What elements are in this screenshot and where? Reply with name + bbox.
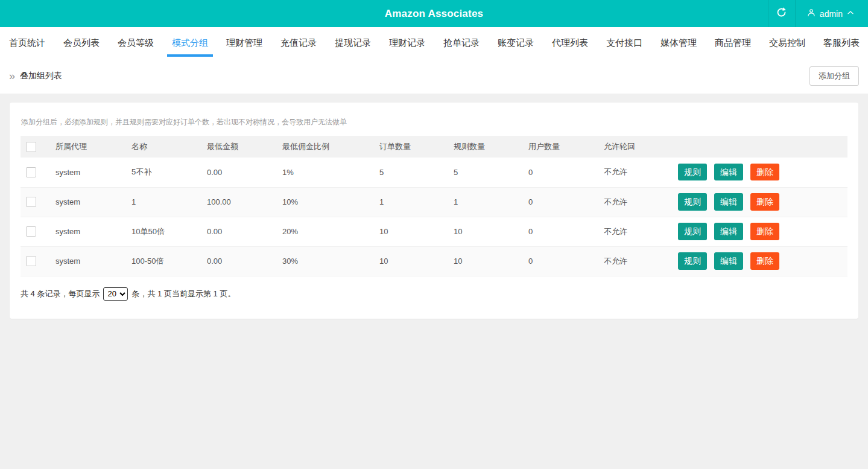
delete-button[interactable]: 删除 [750, 193, 779, 210]
nav-tab-9[interactable]: 账变记录 [496, 27, 535, 59]
nav-tab-14[interactable]: 交易控制 [768, 27, 806, 59]
cell-order-count: 10 [373, 246, 448, 276]
cell-allow-cycle: 不允许 [598, 246, 672, 276]
select-all-checkbox[interactable] [26, 142, 36, 152]
row-checkbox[interactable] [26, 226, 36, 237]
pagination-prefix: 共 4 条记录，每页显示 [21, 289, 100, 299]
edit-button[interactable]: 编辑 [714, 223, 743, 240]
column-header-3: 最低佣金比例 [276, 136, 373, 158]
row-checkbox[interactable] [26, 167, 36, 177]
column-header-7: 允许轮回 [598, 136, 672, 158]
nav-tab-4[interactable]: 理财管理 [225, 27, 264, 59]
nav-tab-6[interactable]: 提现记录 [334, 27, 372, 59]
nav-tab-13[interactable]: 商品管理 [714, 27, 752, 59]
nav-tab-7[interactable]: 理财记录 [388, 27, 426, 59]
page-title: 叠加组列表 [20, 71, 62, 81]
cell-rule-count: 1 [448, 187, 522, 217]
nav-tab-11[interactable]: 支付接口 [605, 27, 644, 59]
table-header-row: 所属代理名称最低金额最低佣金比例订单数量规则数量用户数量允许轮回 [21, 136, 847, 158]
column-header-2: 最低金额 [201, 136, 276, 158]
nav-tab-5[interactable]: 充值记录 [279, 27, 318, 59]
column-header-6: 用户数量 [522, 136, 598, 158]
topbar: Amazon Associates admin [0, 0, 868, 27]
cell-user-count: 0 [522, 187, 598, 217]
cell-allow-cycle: 不允许 [598, 158, 672, 187]
table-row: system 5不补 0.00 1% 5 5 0 不允许 规则 编辑 删除 [21, 158, 847, 187]
cell-order-count: 1 [373, 187, 448, 217]
edit-button[interactable]: 编辑 [714, 252, 743, 269]
groups-table: 所属代理名称最低金额最低佣金比例订单数量规则数量用户数量允许轮回 system … [21, 136, 847, 276]
nav-tab-1[interactable]: 会员列表 [62, 27, 101, 59]
breadcrumb-icon: » [9, 71, 15, 81]
row-checkbox[interactable] [26, 256, 36, 266]
main-content: 添加分组后，必须添加规则，并且规则需要对应好订单个数，若出现不对称情况，会导致用… [0, 94, 868, 319]
nav-tab-2[interactable]: 会员等级 [116, 27, 155, 59]
cell-name: 5不补 [125, 158, 201, 187]
table-row: system 1 100.00 10% 1 1 0 不允许 规则 编辑 删除 [21, 187, 847, 217]
cell-min-amount: 0.00 [201, 246, 276, 276]
cell-min-amount: 0.00 [201, 217, 276, 246]
cell-agent: system [49, 246, 125, 276]
cell-min-commission: 30% [276, 246, 373, 276]
nav-tab-15[interactable]: 客服列表 [822, 27, 861, 59]
nav-tab-12[interactable]: 媒体管理 [659, 27, 698, 59]
cell-agent: system [49, 217, 125, 246]
chevron-up-icon [846, 8, 855, 19]
delete-button[interactable]: 删除 [750, 252, 779, 269]
nav-tab-10[interactable]: 代理列表 [551, 27, 589, 59]
rules-button[interactable]: 规则 [678, 164, 707, 180]
app-title: Amazon Associates [385, 0, 483, 27]
rules-button[interactable]: 规则 [678, 252, 707, 269]
nav-tabs: 首页统计会员列表会员等级模式分组理财管理充值记录提现记录理财记录抢单记录账变记录… [0, 27, 868, 59]
column-header-actions [672, 136, 847, 158]
nav-tab-8[interactable]: 抢单记录 [442, 27, 481, 59]
user-name: admin [820, 9, 843, 19]
cell-rule-count: 10 [448, 217, 522, 246]
cell-user-count: 0 [522, 246, 598, 276]
cell-name: 100-50倍 [125, 246, 201, 276]
cell-user-count: 0 [522, 217, 598, 246]
delete-button[interactable]: 删除 [750, 164, 779, 180]
nav-tab-0[interactable]: 首页统计 [8, 27, 46, 59]
delete-button[interactable]: 删除 [750, 223, 779, 240]
refresh-icon [776, 7, 787, 21]
cell-order-count: 5 [373, 158, 448, 187]
cell-agent: system [49, 158, 125, 187]
row-checkbox[interactable] [26, 197, 36, 207]
cell-rule-count: 5 [448, 158, 522, 187]
cell-min-commission: 1% [276, 158, 373, 187]
column-header-1: 名称 [125, 136, 201, 158]
pagination: 共 4 条记录，每页显示 20 条，共 1 页当前显示第 1 页。 [21, 287, 847, 301]
cell-order-count: 10 [373, 217, 448, 246]
refresh-button[interactable] [768, 0, 795, 27]
table-row: system 10单50倍 0.00 20% 10 10 0 不允许 规则 编辑… [21, 217, 847, 246]
rules-button[interactable]: 规则 [678, 193, 707, 210]
cell-allow-cycle: 不允许 [598, 217, 672, 246]
notice-text: 添加分组后，必须添加规则，并且规则需要对应好订单个数，若出现不对称情况，会导致用… [21, 117, 847, 127]
cell-allow-cycle: 不允许 [598, 187, 672, 217]
user-menu[interactable]: admin [795, 0, 868, 27]
user-icon [806, 8, 816, 19]
column-header-0: 所属代理 [49, 136, 125, 158]
cell-name: 10单50倍 [125, 217, 201, 246]
edit-button[interactable]: 编辑 [714, 164, 743, 180]
nav-tab-3[interactable]: 模式分组 [171, 27, 209, 59]
table-row: system 100-50倍 0.00 30% 10 10 0 不允许 规则 编… [21, 246, 847, 276]
cell-min-amount: 100.00 [201, 187, 276, 217]
edit-button[interactable]: 编辑 [714, 193, 743, 210]
cell-min-commission: 10% [276, 187, 373, 217]
cell-min-commission: 20% [276, 217, 373, 246]
cell-rule-count: 10 [448, 246, 522, 276]
table-body: system 5不补 0.00 1% 5 5 0 不允许 规则 编辑 删除 sy… [21, 158, 847, 276]
cell-name: 1 [125, 187, 201, 217]
pagination-suffix: 条，共 1 页当前显示第 1 页。 [131, 289, 235, 299]
column-header-4: 订单数量 [373, 136, 448, 158]
add-group-button[interactable]: 添加分组 [809, 66, 859, 86]
page-size-select[interactable]: 20 [103, 287, 128, 301]
column-header-5: 规则数量 [448, 136, 522, 158]
breadcrumb-bar: » 叠加组列表 添加分组 [0, 59, 868, 94]
cell-min-amount: 0.00 [201, 158, 276, 187]
rules-button[interactable]: 规则 [678, 223, 707, 240]
cell-user-count: 0 [522, 158, 598, 187]
group-list-card: 添加分组后，必须添加规则，并且规则需要对应好订单个数，若出现不对称情况，会导致用… [10, 103, 858, 319]
